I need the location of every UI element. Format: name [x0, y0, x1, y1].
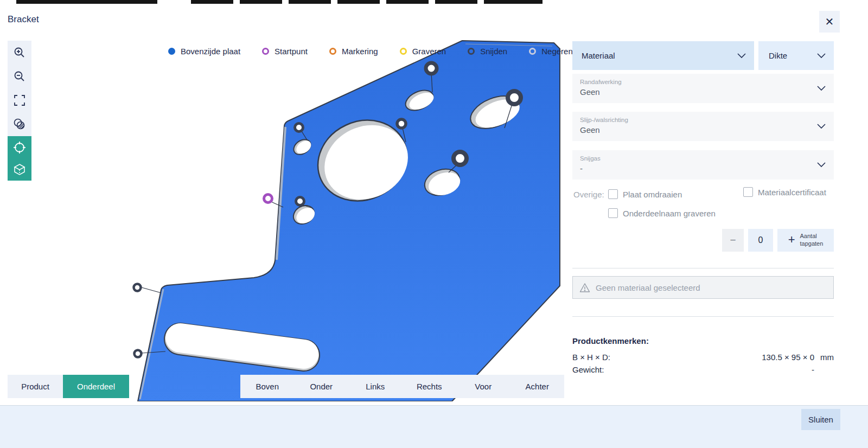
- tap-holes-stepper: − 0 + Aantal tapgaten: [572, 229, 834, 252]
- chevron-down-icon: [817, 53, 826, 59]
- material-select[interactable]: Materiaal: [572, 41, 754, 70]
- tap-holes-label-line2: tapgaten: [800, 240, 824, 247]
- view-rechts[interactable]: Rechts: [403, 382, 457, 391]
- view-3d-button[interactable]: [8, 158, 31, 181]
- product-properties: Productkenmerken: B × H × D: 130.5 × 95 …: [572, 336, 834, 374]
- startpunt-marker[interactable]: [264, 195, 272, 203]
- options-panel: Materiaal Dikte Randafwerking Geen Slijp…: [572, 41, 834, 374]
- view-orientation-bar: Boven Onder Links Rechts Voor Achter: [240, 375, 564, 398]
- tap-holes-label-line1: Aantal: [800, 233, 817, 239]
- checkbox-plaat-omdraaien[interactable]: [608, 189, 618, 199]
- dimensions-row: B × H × D: 130.5 × 95 × 0 mm: [572, 353, 834, 362]
- legend-ring-snijden: [468, 48, 475, 55]
- modal-footer: Sluiten: [0, 405, 868, 448]
- legend-ring-markering: [329, 48, 336, 55]
- zoom-out-icon: [13, 70, 26, 83]
- background-page-strip: [0, 0, 868, 4]
- legend-item-negeren: Negeren: [529, 47, 573, 56]
- center-target-button[interactable]: [8, 136, 31, 158]
- chevron-down-icon: [817, 86, 826, 91]
- zoom-out-button[interactable]: [8, 65, 31, 88]
- fit-view-button[interactable]: [8, 88, 31, 112]
- view-onder[interactable]: Onder: [295, 382, 349, 391]
- tap-holes-increase-button[interactable]: + Aantal tapgaten: [777, 229, 834, 252]
- grinding-direction-select[interactable]: Slijp-/walsrichting Geen: [572, 112, 834, 141]
- tab-product[interactable]: Product: [8, 375, 63, 398]
- other-options: Overige: Plaat omdraaien Materiaalcertif…: [572, 187, 834, 220]
- thickness-select[interactable]: Dikte: [758, 41, 834, 70]
- chevron-down-icon: [817, 124, 826, 129]
- view-3d-cube-icon: [12, 163, 27, 177]
- part-drawing: [0, 33, 564, 401]
- checkbox-materiaalcertificaat[interactable]: [743, 187, 753, 197]
- fit-view-icon: [14, 94, 25, 106]
- other-label: Overige:: [573, 190, 608, 199]
- overlapping-circles-button[interactable]: [8, 112, 31, 136]
- close-modal-button[interactable]: Sluiten: [801, 409, 840, 430]
- weight-row: Gewicht: -: [572, 365, 834, 374]
- legend-ring-negeren: [529, 48, 536, 55]
- view-links[interactable]: Links: [348, 382, 403, 391]
- divider: [572, 268, 834, 268]
- legend-item-startpunt: Startpunt: [262, 47, 308, 56]
- chevron-down-icon: [817, 162, 826, 168]
- warning-triangle-icon: [579, 283, 590, 293]
- tap-holes-decrease-button[interactable]: −: [722, 229, 744, 252]
- viewer-mode-tabs: Product Onderdeel: [8, 375, 129, 398]
- zoom-in-button[interactable]: [8, 41, 31, 65]
- view-achter[interactable]: Achter: [510, 382, 565, 391]
- checkbox-onderdeelnaam-graveren[interactable]: [608, 208, 618, 218]
- material-warning-banner: Geen materiaal geselecteerd: [572, 276, 834, 299]
- legend-item-snijden: Snijden: [468, 47, 507, 56]
- legend-item-markering: Markering: [329, 47, 378, 56]
- view-voor[interactable]: Voor: [456, 382, 510, 391]
- view-boven[interactable]: Boven: [240, 382, 295, 391]
- tap-holes-value[interactable]: 0: [748, 229, 773, 252]
- viewer-toolbar: [8, 41, 31, 181]
- page-title: Bracket: [8, 14, 39, 25]
- legend-item-bovenzijde: Bovenzijde plaat: [168, 47, 240, 56]
- product-properties-title: Productkenmerken:: [572, 336, 834, 345]
- plus-icon: +: [788, 233, 795, 247]
- legend-item-graveren: Graveren: [400, 47, 446, 56]
- divider: [572, 316, 834, 317]
- zoom-in-icon: [13, 46, 26, 59]
- cutting-gas-select[interactable]: Snijgas -: [572, 150, 834, 180]
- close-icon[interactable]: ✕: [819, 11, 840, 33]
- legend-dot-filled: [168, 48, 175, 55]
- legend-ring-graveren: [400, 48, 407, 55]
- tab-onderdeel[interactable]: Onderdeel: [63, 375, 129, 398]
- part-viewer-canvas[interactable]: Bovenzijde plaat Startpunt Markering Gra…: [0, 33, 564, 401]
- legend: Bovenzijde plaat Startpunt Markering Gra…: [168, 47, 573, 56]
- center-target-icon: [12, 140, 27, 155]
- overlapping-circles-icon: [12, 117, 27, 131]
- edge-finish-select[interactable]: Randafwerking Geen: [572, 74, 834, 103]
- legend-ring-startpunt: [262, 48, 269, 55]
- chevron-down-icon: [737, 53, 746, 59]
